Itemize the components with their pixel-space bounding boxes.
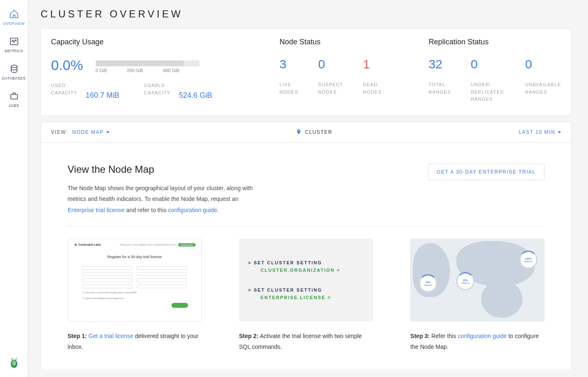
cockroach-logo-icon	[7, 355, 21, 369]
sql-line: > SET CLUSTER SETTING	[248, 288, 364, 292]
step-2-illustration: > SET CLUSTER SETTING CLUSTER.ORGANIZATI…	[239, 239, 373, 321]
replication-status-section: Replication Status 32 TOTALRANGES 0 UNDE…	[428, 38, 561, 103]
svg-rect-2	[11, 94, 17, 99]
metrics-icon	[9, 36, 19, 46]
stats-panel: Capacity Usage 0.0% 0 GiB 200 GiB 400 Gi…	[41, 28, 571, 116]
node-status-section: Node Status 3 LIVENODES 0 SUSPECTNODES 1…	[280, 38, 412, 103]
sidebar-item-label: JOBS	[9, 104, 19, 108]
node-map-description: The Node Map shows the geographical layo…	[68, 183, 258, 216]
chevron-down-icon	[106, 131, 109, 133]
step-3-illustration: 9%CAPACITY 6%CAPACITY 10%CAPACITY	[410, 239, 544, 321]
capacity-heading: Capacity Usage	[51, 38, 263, 46]
capacity-usage-section: Capacity Usage 0.0% 0 GiB 200 GiB 400 Gi…	[51, 38, 263, 103]
live-nodes-label: LIVENODES	[280, 81, 298, 96]
live-nodes-value: 3	[280, 58, 298, 70]
sidebar-item-label: DATABASES	[2, 76, 26, 80]
sidebar-item-databases[interactable]: DATABASES	[0, 58, 28, 85]
time-range-dropdown[interactable]: LAST 10 MIN	[519, 129, 561, 135]
capacity-bar	[96, 60, 199, 66]
divider	[68, 226, 544, 226]
mock-checkbox: ☐ I agree to the Software License Agreem…	[74, 295, 196, 301]
suspect-nodes-label: SUSPECTNODES	[318, 81, 343, 96]
unavailable-ranges-label: UNAVAILABLERANGES	[525, 81, 561, 96]
chevron-down-icon	[558, 131, 561, 133]
usable-capacity-value: 524.6 GiB	[179, 91, 212, 100]
capacity-bar-ticks: 0 GiB 200 GiB 400 GiB	[96, 68, 199, 73]
step-3-text: Step 3: Refer this configuration guide t…	[410, 331, 544, 353]
sidebar-item-label: OVERVIEW	[3, 22, 24, 26]
mock-nav: PRODUCT CUSTOMERS DOCS RESOURCES BLOG	[120, 244, 177, 246]
briefcase-icon	[9, 91, 19, 101]
database-icon	[9, 64, 19, 74]
step-1-card: 🪳 Cockroach Labs PRODUCT CUSTOMERS DOCS …	[68, 239, 202, 353]
sql-value: ENTERPRISE.LICENSE =	[261, 295, 364, 300]
dead-nodes-value: 1	[363, 58, 382, 70]
unavailable-ranges-value: 0	[525, 58, 561, 70]
mock-download-pill: DOWNLOAD	[178, 243, 195, 247]
replication-heading: Replication Status	[428, 38, 561, 46]
step-2-text: Step 2: Activate the trial license with …	[239, 331, 373, 353]
under-replicated-value: 0	[471, 58, 505, 70]
mock-submit-button	[172, 303, 188, 308]
main-content: CLUSTER OVERVIEW Capacity Usage 0.0% 0 G…	[28, 0, 588, 377]
svg-rect-0	[10, 38, 18, 45]
home-icon	[9, 9, 19, 19]
sidebar: OVERVIEW METRICS DATABASES JOBS	[0, 0, 28, 377]
location-pin-icon	[296, 129, 302, 136]
sidebar-item-overview[interactable]: OVERVIEW	[0, 3, 28, 31]
sidebar-item-jobs[interactable]: JOBS	[0, 85, 28, 113]
tick: 200 GiB	[127, 68, 143, 73]
configuration-guide-link[interactable]: configuration guide	[168, 207, 217, 213]
suspect-nodes-value: 0	[318, 58, 343, 70]
page-title: CLUSTER OVERVIEW	[41, 8, 571, 20]
step-1-text: Step 1: Get a trial license delivered st…	[68, 331, 202, 353]
enterprise-trial-link[interactable]: Enterprise trial license	[68, 207, 125, 213]
get-trial-license-link[interactable]: Get a trial license	[89, 333, 133, 339]
sidebar-item-metrics[interactable]: METRICS	[0, 31, 28, 58]
sql-line: > SET CLUSTER SETTING	[248, 260, 364, 265]
node-map-promo-panel: View the Node Map The Node Map shows the…	[41, 143, 571, 369]
step-1-illustration: 🪳 Cockroach Labs PRODUCT CUSTOMERS DOCS …	[68, 239, 202, 321]
step-3-card: 9%CAPACITY 6%CAPACITY 10%CAPACITY Step 3…	[410, 239, 544, 353]
get-trial-button[interactable]: GET A 30-DAY ENTERPRISE TRIAL	[428, 164, 544, 180]
tick: 0 GiB	[96, 68, 107, 73]
mock-form-title: Register for a 30-day trial license	[74, 255, 196, 259]
total-ranges-value: 32	[428, 58, 451, 70]
used-capacity-value: 160.7 MiB	[86, 91, 119, 100]
configuration-guide-link-2[interactable]: configuration guide	[458, 333, 507, 339]
dead-nodes-label: DEADNODES	[363, 81, 382, 96]
total-ranges-label: TOTALRANGES	[428, 81, 451, 96]
tick: 400 GiB	[163, 68, 179, 73]
view-dropdown[interactable]: NODE MAP	[72, 129, 109, 135]
breadcrumb-cluster[interactable]: CLUSTER	[305, 129, 333, 135]
view-controls-bar: VIEW: NODE MAP CLUSTER LAST 10 MIN	[41, 122, 571, 143]
used-capacity-label: USEDCAPACITY	[51, 82, 77, 97]
usable-capacity-label: USABLECAPACITY	[144, 82, 171, 97]
node-status-heading: Node Status	[280, 38, 412, 46]
sidebar-item-label: METRICS	[5, 49, 23, 53]
capacity-percent: 0.0%	[51, 58, 83, 72]
svg-point-1	[11, 65, 17, 68]
mock-logo: 🪳 Cockroach Labs	[74, 243, 101, 247]
sql-value: CLUSTER.ORGANIZATION =	[261, 268, 364, 273]
under-replicated-label: UNDER-REPLICATEDRANGES	[471, 81, 505, 103]
view-label: VIEW:	[51, 129, 68, 135]
mock-checkbox: ☐ I would like to receive email updates …	[74, 290, 196, 295]
step-2-card: > SET CLUSTER SETTING CLUSTER.ORGANIZATI…	[239, 239, 373, 353]
node-map-title: View the Node Map	[68, 164, 258, 175]
